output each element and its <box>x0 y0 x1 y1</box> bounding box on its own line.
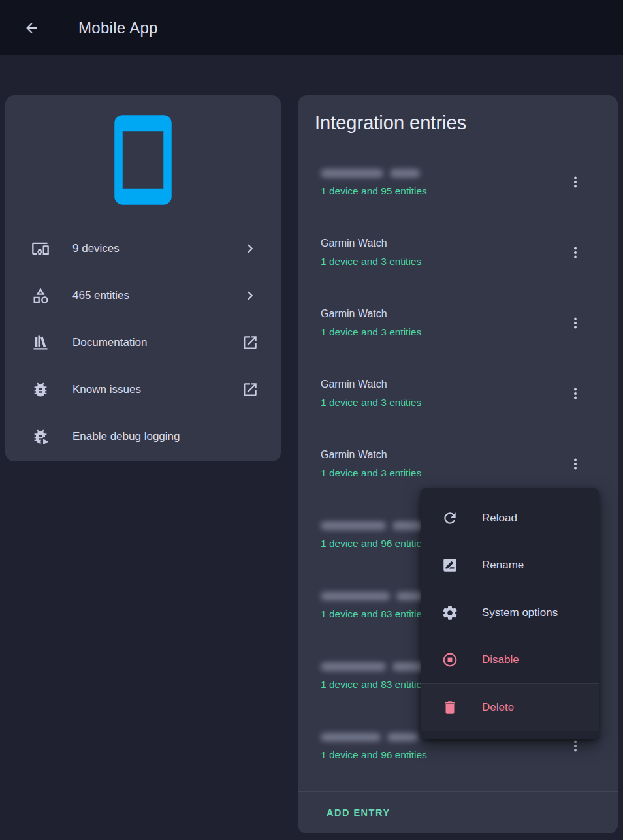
entry-menu-dots-icon[interactable] <box>567 738 583 754</box>
shape-outline-icon <box>31 287 50 305</box>
delete-icon <box>441 699 458 716</box>
entry-name: Garmin Watch <box>321 447 559 463</box>
entry-name: Garmin Watch <box>321 306 559 322</box>
menu-item-rename[interactable]: Rename <box>421 542 599 589</box>
menu-item-delete[interactable]: Delete <box>421 684 599 731</box>
open-in-new-icon <box>242 334 259 351</box>
entry-summary-link[interactable]: 1 device and 83 entities <box>321 677 427 692</box>
menu-item-disable[interactable]: Disable <box>421 636 599 683</box>
page-title: Mobile App <box>78 19 158 37</box>
chevron-right-icon <box>242 287 259 304</box>
bug-icon <box>31 381 50 399</box>
entry-menu-dots-icon[interactable] <box>567 315 583 331</box>
rename-box-icon <box>441 557 458 574</box>
app-header: Mobile App <box>0 0 623 55</box>
chevron-right-icon <box>242 240 259 257</box>
integration-info-card: 9 devices 465 entities Documentation Kno… <box>5 95 281 461</box>
entry-menu-dots-icon[interactable] <box>567 174 583 190</box>
integration-link-465-entities[interactable]: 465 entities <box>5 272 281 319</box>
reload-icon <box>441 510 458 527</box>
entry-summary-link[interactable]: 1 device and 3 entities <box>321 324 421 340</box>
redaction-blur-bar <box>321 733 381 741</box>
devices-icon <box>31 240 50 258</box>
redaction-blur-bar <box>390 169 420 178</box>
redaction-blur-bar <box>321 662 386 671</box>
entry-menu-dots-icon[interactable] <box>567 456 583 472</box>
integration-logo-area <box>5 95 281 225</box>
integration-link-documentation[interactable]: Documentation <box>5 319 281 366</box>
redaction-blur-bar <box>321 592 390 600</box>
context-menu-items: Reload Rename System options Disable Del… <box>421 495 599 731</box>
entry-name: Garmin Watch <box>321 236 559 251</box>
entry-summary-link[interactable]: 1 device and 3 entities <box>321 395 421 411</box>
link-label: 465 entities <box>72 289 129 302</box>
entry-row: Garmin Watch 1 device and 3 entities <box>298 368 618 439</box>
open-in-new-icon <box>242 381 259 398</box>
entry-row: 1 device and 95 entities <box>298 157 618 227</box>
link-label: Enable debug logging <box>72 430 180 443</box>
bookshelf-icon <box>31 334 50 352</box>
integration-link-9-devices[interactable]: 9 devices <box>5 225 281 272</box>
stop-circle-outline-icon <box>441 651 458 668</box>
cog-icon <box>441 604 458 621</box>
integration-link-known-issues[interactable]: Known issues <box>5 366 281 413</box>
context-menu-item-label: System options <box>482 606 558 619</box>
entry-summary-link[interactable]: 1 device and 3 entities <box>321 254 421 270</box>
entry-name: Garmin Watch <box>321 377 559 392</box>
entry-menu-dots-icon[interactable] <box>567 245 583 260</box>
menu-item-system-options[interactable]: System options <box>421 589 599 636</box>
entry-summary-link[interactable]: 1 device and 3 entities <box>321 465 421 481</box>
entry-name-redacted <box>321 165 559 181</box>
bug-play-icon <box>31 428 50 446</box>
entry-row: Garmin Watch 1 device and 3 entities <box>298 227 618 298</box>
redaction-blur-bar <box>321 169 383 178</box>
add-entry-bar: ADD ENTRY <box>298 791 618 833</box>
back-arrow-icon[interactable] <box>24 20 39 36</box>
link-label: 9 devices <box>72 242 120 255</box>
integration-link-enable-debug-logging[interactable]: Enable debug logging <box>5 413 281 460</box>
redaction-blur-bar <box>387 733 419 741</box>
context-menu-item-label: Reload <box>482 512 517 525</box>
context-menu-item-label: Delete <box>482 701 514 714</box>
entry-row: Garmin Watch 1 device and 3 entities <box>298 298 618 368</box>
menu-item-reload[interactable]: Reload <box>421 495 599 542</box>
entry-context-menu: Reload Rename System options Disable Del… <box>421 488 599 739</box>
link-label: Documentation <box>72 336 147 349</box>
entry-summary-link[interactable]: 1 device and 83 entities <box>321 606 427 622</box>
add-entry-button[interactable]: ADD ENTRY <box>321 803 396 822</box>
entry-menu-dots-icon[interactable] <box>567 386 583 401</box>
integration-links: 9 devices 465 entities Documentation Kno… <box>5 225 281 460</box>
redaction-blur-bar <box>321 521 386 530</box>
context-menu-item-label: Disable <box>482 653 519 666</box>
cellphone-icon <box>94 111 192 209</box>
link-label: Known issues <box>72 383 141 396</box>
entry-summary-link[interactable]: 1 device and 96 entities <box>321 536 427 552</box>
context-menu-item-label: Rename <box>482 559 524 572</box>
entry-summary-link[interactable]: 1 device and 95 entities <box>321 183 427 199</box>
entries-card-title: Integration entries <box>315 110 618 136</box>
entry-summary-link[interactable]: 1 device and 96 entities <box>321 747 427 763</box>
